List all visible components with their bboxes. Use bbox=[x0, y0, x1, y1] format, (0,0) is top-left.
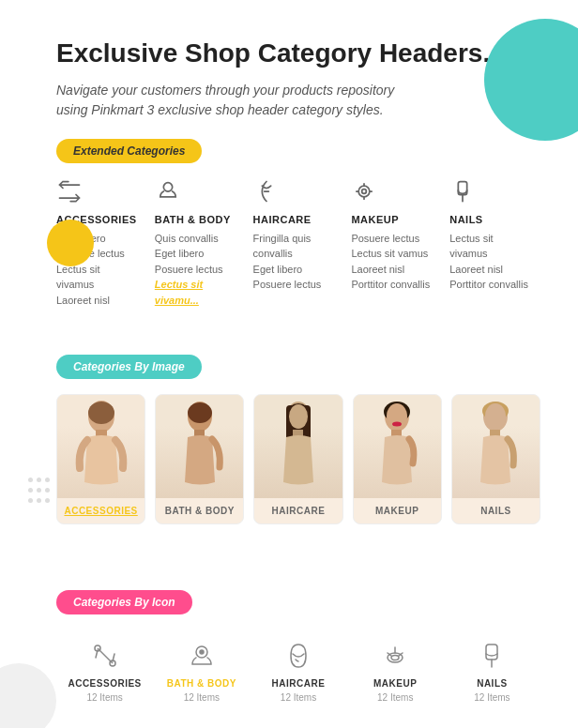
nails-image-label: NAILS bbox=[452, 498, 540, 523]
cat-col-bath: BATH & BODY Quis convallis Eget libero P… bbox=[147, 178, 246, 309]
nails-image bbox=[452, 395, 540, 498]
makeup-image bbox=[354, 395, 441, 498]
nails-item-2: Laoreet nisl bbox=[449, 262, 533, 278]
svg-point-0 bbox=[163, 182, 172, 190]
makeup-item-3: Laoreet nisl bbox=[351, 262, 434, 278]
icon-categories-section: Categories By Icon ACCESSORIES 12 Items bbox=[0, 571, 578, 728]
icon-item-haircare[interactable]: HAIRCARE 12 Items bbox=[250, 629, 346, 710]
svg-point-32 bbox=[391, 656, 399, 660]
svg-point-8 bbox=[188, 402, 212, 423]
image-card-accessories[interactable]: ACCESSORIES bbox=[56, 394, 145, 524]
accessories-icon bbox=[56, 178, 140, 210]
image-categories-badge[interactable]: Categories By Image bbox=[56, 355, 202, 379]
extended-categories-grid: ACCESSORIES Eget libero Posuere lectus L… bbox=[56, 178, 540, 309]
icon-categories-badge[interactable]: Categories By Icon bbox=[56, 590, 192, 614]
bath-image-label: BATH & BODY bbox=[156, 498, 243, 523]
nails-item-1: Lectus sit vivamus bbox=[449, 231, 533, 262]
bath-name: BATH & BODY bbox=[155, 214, 238, 225]
nails-icon bbox=[449, 178, 533, 210]
bath-icon-name: BATH & BODY bbox=[167, 678, 236, 689]
accessories-image bbox=[57, 395, 144, 498]
makeup-item-2: Lectus sit vamus bbox=[351, 246, 434, 262]
haircare-icon-cat bbox=[280, 637, 317, 675]
accessories-icon-count: 12 Items bbox=[86, 692, 122, 703]
svg-point-5 bbox=[88, 402, 114, 424]
nails-item-3: Porttitor convallis bbox=[449, 277, 533, 293]
image-categories-grid: ACCESSORIES BATH & BODY bbox=[56, 394, 540, 524]
image-card-nails[interactable]: NAILS bbox=[451, 394, 540, 524]
svg-point-18 bbox=[392, 421, 402, 426]
hair-item-1: Fringilla quis convallis bbox=[253, 231, 337, 262]
hair-item-2: Eget libero bbox=[253, 262, 337, 278]
extended-badge-wrapper: Extended Categories bbox=[56, 139, 540, 163]
haircare-icon-count: 12 Items bbox=[281, 692, 316, 703]
bath-item-3: Posuere lectus bbox=[155, 262, 238, 278]
extended-categories-badge[interactable]: Extended Categories bbox=[56, 139, 202, 163]
nails-icon-count: 12 Items bbox=[474, 692, 510, 703]
image-card-makeup[interactable]: MAKEUP bbox=[353, 394, 442, 524]
icon-item-bath[interactable]: BATH & BODY 12 Items bbox=[153, 629, 250, 710]
image-categories-section: Categories By Image bbox=[0, 355, 578, 543]
cat-col-hair: HAIRCARE Fringilla quis convallis Eget l… bbox=[246, 178, 344, 309]
image-badge-wrapper: Categories By Image bbox=[56, 355, 540, 379]
svg-point-2 bbox=[362, 189, 367, 193]
hero-subtitle: Navigate your customers through your pro… bbox=[56, 81, 413, 120]
bath-icon bbox=[155, 178, 238, 210]
accessories-image-label: ACCESSORIES bbox=[57, 498, 144, 523]
page-title: Exclusive Shop Category Headers. bbox=[56, 38, 522, 69]
hair-name: HAIRCARE bbox=[253, 214, 337, 225]
makeup-name: MAKEUP bbox=[351, 214, 434, 225]
icon-badge-wrapper: Categories By Icon bbox=[56, 590, 540, 614]
nails-icon-cat bbox=[473, 637, 510, 675]
nails-icon-name: NAILS bbox=[477, 678, 508, 689]
makeup-icon-count: 12 Items bbox=[377, 692, 413, 703]
svg-rect-33 bbox=[486, 645, 497, 660]
haircare-icon bbox=[253, 178, 337, 210]
haircare-image-label: HAIRCARE bbox=[254, 498, 342, 523]
icon-item-makeup[interactable]: MAKEUP 12 Items bbox=[347, 629, 444, 710]
image-card-bath[interactable]: BATH & BODY bbox=[155, 394, 244, 524]
icon-item-nails[interactable]: NAILS 12 Items bbox=[444, 629, 540, 710]
page-wrapper: Exclusive Shop Category Headers. Navigat… bbox=[0, 0, 578, 728]
bath-item-2: Eget libero bbox=[155, 246, 238, 262]
divider-1 bbox=[0, 326, 578, 355]
svg-point-13 bbox=[289, 404, 308, 429]
makeup-icon-cat bbox=[376, 637, 414, 675]
hair-item-3: Posuere lectus bbox=[253, 277, 337, 293]
cat-col-makeup: MAKEUP Posuere lectus Lectus sit vamus L… bbox=[343, 178, 442, 309]
icon-item-accessories[interactable]: ACCESSORIES 12 Items bbox=[56, 629, 153, 710]
haircare-icon-name: HAIRCARE bbox=[272, 678, 326, 689]
divider-2 bbox=[0, 543, 578, 571]
makeup-image-label: MAKEUP bbox=[354, 498, 441, 523]
bath-item-1: Quis convallis bbox=[155, 231, 238, 247]
gray-circle-decoration bbox=[0, 663, 56, 728]
svg-point-1 bbox=[359, 186, 371, 197]
makeup-icon bbox=[351, 178, 434, 210]
icon-categories-grid: ACCESSORIES 12 Items BATH & BODY 12 Item… bbox=[56, 629, 540, 710]
extended-categories-section: Extended Categories ACCESSORIES Eget lib… bbox=[0, 139, 578, 327]
makeup-item-4: Porttitor convallis bbox=[351, 277, 434, 293]
hero-section: Exclusive Shop Category Headers. Navigat… bbox=[0, 0, 578, 139]
accessories-icon-cat bbox=[86, 637, 124, 675]
yellow-circle-decoration bbox=[47, 220, 94, 266]
bath-icon-cat bbox=[183, 637, 221, 675]
cat-col-nails: NAILS Lectus sit vivamus Laoreet nisl Po… bbox=[442, 178, 540, 309]
svg-point-22 bbox=[485, 403, 506, 430]
accessories-item-4: Laoreet nisl bbox=[56, 293, 140, 309]
dots-decoration bbox=[28, 478, 56, 506]
image-card-haircare[interactable]: HAIRCARE bbox=[253, 394, 342, 524]
bath-icon-count: 12 Items bbox=[184, 692, 220, 703]
makeup-icon-name: MAKEUP bbox=[373, 678, 417, 689]
bath-image bbox=[156, 395, 243, 498]
makeup-item-1: Posuere lectus bbox=[351, 231, 434, 247]
haircare-image bbox=[254, 395, 342, 498]
bath-item-link[interactable]: Lectus sit vivamu... bbox=[155, 277, 238, 308]
nails-name: NAILS bbox=[449, 214, 533, 225]
accessories-icon-name: ACCESSORIES bbox=[68, 678, 141, 689]
svg-point-30 bbox=[200, 650, 204, 654]
